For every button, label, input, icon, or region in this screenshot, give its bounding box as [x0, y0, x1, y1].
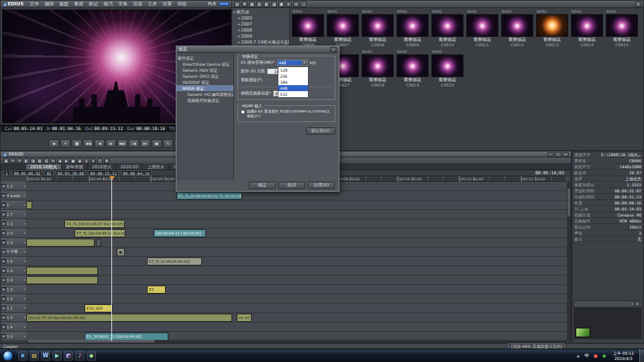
- track-header[interactable]: M 1 3 ▸: [1, 313, 26, 322]
- timecode-field[interactable]: 02: [44, 170, 53, 176]
- clip-thumbnail[interactable]: [431, 14, 464, 37]
- track-expand-icon[interactable]: ▸: [24, 231, 25, 235]
- track-header[interactable]: M 1 2 ▸: [1, 219, 26, 229]
- timeline-clip[interactable]: 01·05: [237, 314, 252, 322]
- menu-item[interactable]: 素材: [71, 1, 86, 8]
- show-desktop-button[interactable]: [639, 349, 644, 362]
- thumbnail-view-icon[interactable]: ▦: [249, 1, 255, 7]
- track-mute-icon[interactable]: M: [1, 240, 6, 245]
- 紫禁烟花[interactable]: BA40 紫禁烟花 C0611: [466, 9, 499, 47]
- apply-button[interactable]: 应用(A): [308, 182, 335, 189]
- track-mute-icon[interactable]: M: [1, 202, 6, 207]
- menu-item[interactable]: 标记: [86, 1, 101, 8]
- settings-tree-item[interactable]: Generic OHCI 设定: [176, 73, 233, 79]
- track-expand-icon[interactable]: ▸: [24, 241, 25, 244]
- media-player-icon[interactable]: ▶: [52, 351, 62, 361]
- track-header[interactable]: M 1 ▸: [1, 200, 26, 210]
- add-clip-icon[interactable]: ✚: [241, 1, 248, 7]
- timecode-field[interactable]: 00:00:04;16: [121, 170, 152, 176]
- timeline-clip[interactable]: [00:00:04:13 / 00:05:05]: [154, 229, 206, 237]
- sequence-tab[interactable]: 2010焰火: [88, 164, 117, 170]
- track-expand-icon[interactable]: ▸: [24, 297, 25, 300]
- track-header[interactable]: M 1 4 ▸: [1, 322, 26, 332]
- settings-tree-item[interactable]: Generic HQ 编码调整设定: [176, 91, 233, 97]
- tree-twisty-icon[interactable]: ▸: [233, 9, 235, 15]
- clip-thumbnail[interactable]: [431, 54, 464, 77]
- track-expand-icon[interactable]: ▸: [24, 269, 25, 272]
- clip-thumbnail[interactable]: [466, 14, 498, 37]
- timecode-field[interactable]: 00:09:15;12: [88, 170, 119, 176]
- dropdown-option[interactable]: 448: [278, 85, 308, 91]
- checkbox[interactable]: [241, 110, 245, 114]
- dropdown-option[interactable]: 128: [278, 67, 308, 73]
- record-button[interactable]: ●: [152, 139, 162, 147]
- track-expand-icon[interactable]: ▸: [24, 250, 25, 253]
- export-icon[interactable]: □: [97, 158, 103, 164]
- 紫禁烟花[interactable]: BA40 紫禁烟花 C0608: [361, 9, 394, 47]
- tree-twisty-icon[interactable]: ▸: [238, 34, 240, 39]
- track-mute-icon[interactable]: M: [1, 221, 6, 226]
- timeline-clip[interactable]: [01:01:37:09 Dur:00:00:36:18]: [26, 314, 232, 322]
- minimize-icon[interactable]: –: [547, 152, 554, 157]
- menu-item[interactable]: 帮助: [174, 1, 189, 8]
- timeline-clip[interactable]: [26, 239, 95, 247]
- timeline-clip[interactable]: E5_TL [0:09:04:00:02 TL 00:05:04]: [176, 192, 242, 200]
- track-header[interactable]: M 1 1 ▸: [1, 304, 26, 313]
- track-mute-icon[interactable]: M: [1, 315, 6, 320]
- track-expand-icon[interactable]: ▸: [24, 194, 25, 197]
- track-header[interactable]: M 1 3 ▸: [1, 285, 26, 294]
- settings-tree-item[interactable]: DirectShow Device 设定: [176, 61, 233, 67]
- track-mute-icon[interactable]: M: [1, 231, 6, 235]
- track-header[interactable]: M 1 A ▸: [1, 266, 26, 276]
- capture-icon[interactable]: ●: [278, 1, 284, 7]
- scrollbar-thumb[interactable]: [568, 188, 570, 217]
- sequence-tab[interactable]: 2010.10焰火: [26, 164, 62, 170]
- buffer-size-dropdown[interactable]: 448 ▾ 128256384448512: [277, 60, 308, 66]
- 紫禁烟花[interactable]: BA40 紫禁烟花 C0614: [570, 9, 604, 47]
- explorer-icon[interactable]: ▤: [30, 351, 39, 361]
- insert-icon[interactable]: ▸: [84, 158, 89, 164]
- timeline-vertical-scrollbar[interactable]: [567, 182, 571, 341]
- menu-item[interactable]: 设置: [160, 1, 174, 8]
- menu-item[interactable]: 编辑: [42, 1, 56, 8]
- copy-icon[interactable]: ◨: [30, 158, 36, 164]
- 紫禁烟花[interactable]: BA40 紫禁烟花 C0613: [535, 9, 569, 47]
- edit-mode-icon[interactable]: ≡: [50, 158, 56, 164]
- bin-tree-item[interactable]: ▸2009: [232, 34, 289, 40]
- prev-edit-button[interactable]: |◀: [129, 139, 139, 147]
- track-mute-icon[interactable]: M: [1, 278, 6, 282]
- timeline-clip[interactable]: E18_003: [85, 304, 113, 312]
- tree-twisty-icon[interactable]: ▸: [238, 27, 240, 33]
- bin-tree-item[interactable]: ▸2005: [232, 15, 289, 21]
- cancel-button[interactable]: 取消: [278, 182, 305, 189]
- prev-frame-button[interactable]: ◀: [95, 139, 105, 147]
- clip-thumbnail[interactable]: [327, 14, 359, 37]
- sort-icon[interactable]: ◧: [264, 1, 270, 7]
- paste-icon[interactable]: ▦: [37, 158, 42, 164]
- clip-thumbnail[interactable]: [571, 14, 603, 37]
- 紫禁烟花[interactable]: BA40 紫禁烟花 C0612: [500, 9, 534, 47]
- 紫禁烟花[interactable]: BA40 紫禁烟花 C0607: [326, 9, 360, 47]
- track-expand-icon[interactable]: ▸: [24, 316, 25, 319]
- music-icon[interactable]: ♪: [75, 351, 85, 361]
- sequence-tab[interactable]: 2010.05: [116, 164, 143, 170]
- 紫禁烟花[interactable]: BA40 紫禁烟花 C0618: [361, 50, 394, 87]
- track-mute-icon[interactable]: M: [1, 306, 6, 310]
- list-view-icon[interactable]: ≡: [293, 1, 299, 7]
- menu-item[interactable]: 模式: [101, 1, 115, 8]
- chevron-down-icon[interactable]: ▾: [302, 60, 307, 65]
- mark-out-icon[interactable]: ▶: [64, 158, 69, 164]
- track-header[interactable]: M 1 2 ▸: [1, 294, 26, 304]
- cut-icon[interactable]: ◧: [23, 158, 29, 164]
- timeline-clip[interactable]: E7_TL [00:04:48:12 Dur:00]: [74, 229, 125, 237]
- bin-folder-icon[interactable]: ▤: [234, 1, 240, 7]
- menu-item[interactable]: 工具: [145, 1, 160, 8]
- filter-icon[interactable]: ◪: [271, 1, 277, 7]
- bin-tree-item[interactable]: ▸2008: [232, 27, 289, 34]
- track-expand-icon[interactable]: ▸: [24, 213, 25, 216]
- timecode-field[interactable]: 00:03:30;00: [56, 170, 87, 176]
- zoom-icon[interactable]: ✚: [104, 158, 109, 164]
- tree-twisty-icon[interactable]: ▸: [238, 15, 240, 21]
- timeline-clip[interactable]: E7_TL [0:09:04:00:02]: [147, 257, 202, 265]
- menu-item[interactable]: 文件: [27, 1, 42, 8]
